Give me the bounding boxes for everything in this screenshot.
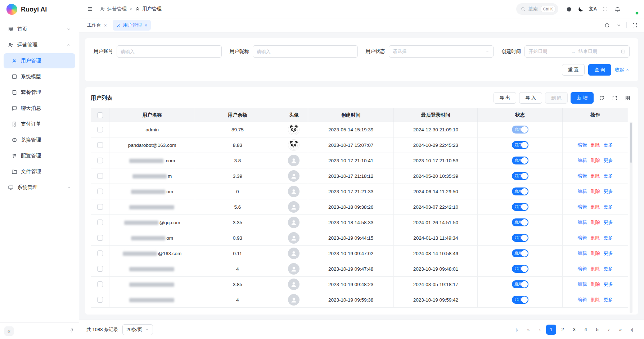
row-checkbox[interactable] (97, 127, 103, 132)
row-checkbox[interactable] (97, 266, 103, 272)
sidebar-item-file-management[interactable]: 文件管理 (4, 164, 75, 179)
more-link[interactable]: 更多 (603, 235, 613, 240)
more-link[interactable]: 更多 (603, 173, 613, 178)
row-checkbox[interactable] (97, 297, 103, 303)
sidebar-item-system-management[interactable]: 系统管理 (4, 180, 75, 195)
sidebar-item-exchange-management[interactable]: 兑换管理 (4, 132, 75, 148)
edit-link[interactable]: 编辑 (577, 235, 587, 240)
delete-link[interactable]: 删除 (590, 266, 600, 271)
status-toggle[interactable]: 启用 (512, 218, 528, 226)
page-button-5[interactable]: 5 (592, 325, 602, 335)
close-icon[interactable]: × (145, 23, 148, 28)
sidebar-item-package-management[interactable]: 套餐管理 (4, 85, 75, 100)
query-button[interactable]: 查 询 (588, 64, 611, 76)
delete-link[interactable]: 删除 (590, 158, 600, 163)
reset-button[interactable]: 重 置 (562, 64, 585, 76)
delete-link[interactable]: 删除 (590, 235, 600, 240)
row-checkbox[interactable] (97, 204, 103, 210)
sidebar-collapse-button[interactable]: « (4, 326, 14, 336)
more-link[interactable]: 更多 (603, 204, 613, 209)
status-toggle[interactable]: 启用 (512, 157, 528, 164)
more-link[interactable]: 更多 (603, 220, 613, 225)
more-link[interactable]: 更多 (603, 297, 613, 302)
export-button[interactable]: 导 出 (494, 92, 517, 104)
status-select[interactable]: 请选择 (389, 45, 494, 58)
next-page-button[interactable]: › (604, 325, 614, 335)
status-toggle[interactable]: 启用 (512, 265, 528, 273)
sidebar-item-operations[interactable]: 运营管理 (4, 37, 75, 53)
delete-link[interactable]: 删除 (590, 297, 600, 302)
collapse-filters-link[interactable]: 收起 (615, 67, 630, 73)
row-checkbox[interactable] (97, 158, 103, 163)
created-date-range[interactable]: 开始日期 → 结束日期 (524, 45, 630, 58)
page-button-1[interactable]: 1 (546, 325, 556, 335)
edit-link[interactable]: 编辑 (577, 297, 587, 302)
tab-workbench[interactable]: 工作台 × (84, 20, 111, 31)
back-5-pages-button[interactable]: « (523, 325, 533, 335)
edit-link[interactable]: 编辑 (577, 158, 587, 163)
delete-button[interactable]: 删 除 (545, 92, 568, 104)
status-toggle[interactable]: 启用 (512, 249, 528, 257)
status-toggle[interactable]: 启用 (512, 203, 528, 211)
more-link[interactable]: 更多 (603, 158, 613, 163)
row-checkbox[interactable] (97, 173, 103, 179)
forward-5-pages-button[interactable]: » (615, 325, 625, 335)
dark-mode-button[interactable] (576, 4, 586, 14)
row-checkbox[interactable] (97, 250, 103, 256)
edit-link[interactable]: 编辑 (577, 220, 587, 225)
row-checkbox[interactable] (97, 281, 103, 287)
column-settings-button[interactable] (622, 93, 632, 103)
sidebar-item-chat-messages[interactable]: 聊天消息 (4, 101, 75, 116)
notifications-button[interactable] (612, 4, 622, 14)
delete-link[interactable]: 删除 (590, 173, 600, 178)
maximize-content-button[interactable] (630, 20, 640, 30)
edit-link[interactable]: 编辑 (577, 266, 587, 271)
edit-link[interactable]: 编辑 (577, 204, 587, 209)
row-checkbox[interactable] (97, 235, 103, 241)
user-avatar-button[interactable] (627, 4, 638, 14)
status-toggle[interactable]: 启用 (512, 172, 528, 180)
edit-link[interactable]: 编辑 (577, 189, 587, 194)
sidebar-item-user-management[interactable]: 用户管理 (4, 53, 75, 68)
page-size-select[interactable]: 20条/页 (122, 324, 153, 335)
page-button-2[interactable]: 2 (558, 325, 568, 335)
status-toggle[interactable]: 启用 (512, 126, 528, 134)
sidebar-item-system-models[interactable]: 系统模型 (4, 69, 75, 84)
row-checkbox[interactable] (97, 142, 103, 148)
edit-link[interactable]: 编辑 (577, 173, 587, 178)
fullscreen-button[interactable] (600, 4, 610, 14)
table-scrollbar[interactable] (630, 122, 632, 313)
settings-button[interactable] (563, 4, 573, 14)
account-input[interactable] (117, 45, 222, 58)
page-button-3[interactable]: 3 (569, 325, 579, 335)
pin-icon[interactable] (69, 328, 75, 334)
edit-link[interactable]: 编辑 (577, 250, 587, 256)
table-refresh-button[interactable] (596, 93, 607, 103)
more-link[interactable]: 更多 (603, 250, 613, 256)
menu-toggle-button[interactable] (85, 4, 95, 14)
prev-page-button[interactable]: ‹ (535, 325, 545, 335)
tab-options-button[interactable] (613, 20, 623, 30)
more-link[interactable]: 更多 (603, 266, 613, 271)
status-toggle[interactable]: 启用 (512, 234, 528, 242)
global-search[interactable]: 搜索 Ctrl K (516, 3, 559, 15)
sidebar-item-payment-orders[interactable]: 支付订单 (4, 117, 75, 132)
delete-link[interactable]: 删除 (590, 142, 600, 148)
first-page-button[interactable]: |‹ (512, 325, 522, 335)
breadcrumb-operations[interactable]: 运营管理 (100, 6, 127, 12)
delete-link[interactable]: 删除 (590, 204, 600, 209)
translate-button[interactable]: 文A (588, 4, 598, 14)
import-button[interactable]: 导 入 (519, 92, 542, 104)
scrollbar-thumb[interactable] (630, 123, 632, 163)
refresh-tab-button[interactable] (602, 20, 612, 30)
last-page-button[interactable]: ›| (627, 325, 637, 335)
status-toggle[interactable]: 启用 (512, 280, 528, 288)
more-link[interactable]: 更多 (603, 189, 613, 194)
sidebar-item-home[interactable]: 首页 (4, 22, 75, 37)
row-checkbox[interactable] (97, 189, 103, 194)
tab-user-management[interactable]: 用户管理 × (113, 20, 151, 31)
edit-link[interactable]: 编辑 (577, 142, 587, 148)
delete-link[interactable]: 删除 (590, 250, 600, 256)
edit-link[interactable]: 编辑 (577, 281, 587, 287)
nickname-input[interactable] (253, 45, 358, 58)
